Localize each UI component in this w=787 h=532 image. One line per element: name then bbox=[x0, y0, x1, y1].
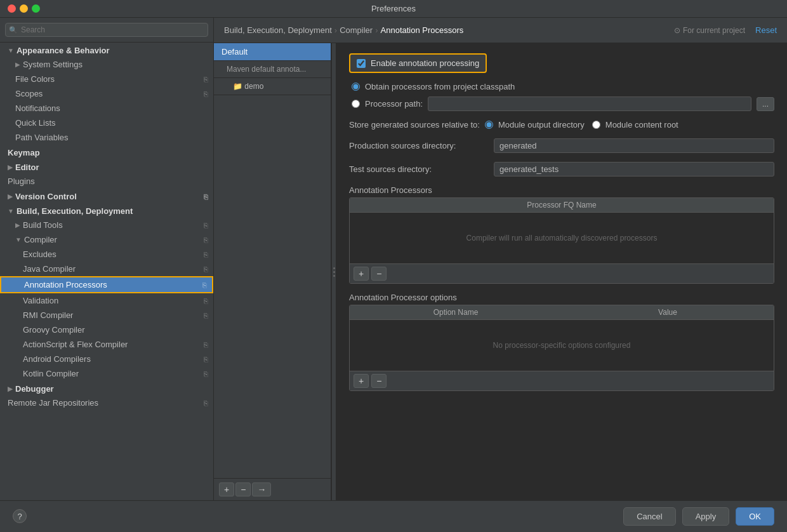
divider-dot bbox=[333, 275, 335, 277]
add-processor-button[interactable]: + bbox=[354, 267, 369, 281]
sidebar-item-debugger[interactable]: ▶ Debugger bbox=[0, 381, 213, 396]
breadcrumb-bar: Build, Execution, Deployment › Compiler … bbox=[214, 18, 787, 43]
reset-button[interactable]: Reset bbox=[755, 25, 777, 35]
remove-profile-button[interactable]: − bbox=[235, 482, 251, 496]
store-generated-sources-label: Store generated sources relative to: bbox=[349, 120, 480, 130]
annotation-processors-table-header: Processor FQ Name bbox=[350, 198, 774, 213]
enable-annotation-processing-row: Enable annotation processing bbox=[349, 53, 487, 73]
annotation-options-table-header: Option Name Value bbox=[350, 305, 774, 320]
sidebar-item-annotation-processors[interactable]: Annotation Processors ⎘ bbox=[0, 276, 213, 293]
for-current-project: ⊙ For current project bbox=[674, 26, 745, 35]
annotation-processors-table: Processor FQ Name Compiler will run all … bbox=[349, 197, 774, 284]
sidebar-item-version-control[interactable]: ▶ Version Control ⎘ bbox=[0, 189, 213, 203]
add-option-button[interactable]: + bbox=[354, 374, 369, 388]
sidebar-item-label: ActionScript & Flex Compiler bbox=[23, 340, 128, 349]
sidebar-item-validation[interactable]: Validation ⎘ bbox=[0, 293, 213, 308]
maximize-button[interactable] bbox=[32, 4, 40, 13]
profile-item-default[interactable]: Default bbox=[214, 43, 331, 61]
sidebar-item-scopes[interactable]: Scopes ⎘ bbox=[0, 86, 213, 101]
profile-item-label: Maven default annota... bbox=[227, 65, 306, 74]
sidebar-item-editor[interactable]: ▶ Editor bbox=[0, 159, 213, 174]
test-sources-row: Test sources directory: bbox=[349, 162, 774, 176]
processor-path-radio[interactable] bbox=[352, 100, 360, 108]
production-sources-row: Production sources directory: bbox=[349, 138, 774, 153]
test-sources-input[interactable] bbox=[494, 162, 774, 176]
sidebar-item-label: Version Control bbox=[15, 192, 77, 201]
production-sources-label: Production sources directory: bbox=[349, 141, 489, 150]
expand-icon: ▼ bbox=[8, 47, 14, 54]
apply-button[interactable]: Apply bbox=[682, 507, 730, 526]
sidebar-item-actionscript-flex[interactable]: ActionScript & Flex Compiler ⎘ bbox=[0, 337, 213, 352]
title-bar: Preferences bbox=[0, 0, 787, 18]
sidebar-item-file-colors[interactable]: File Colors ⎘ bbox=[0, 72, 213, 86]
sidebar-item-notifications[interactable]: Notifications bbox=[0, 101, 213, 116]
annotation-processors-table-actions: + − bbox=[350, 263, 774, 283]
sidebar-item-system-settings[interactable]: ▶ System Settings bbox=[0, 57, 213, 72]
sidebar-item-label: Plugins bbox=[8, 176, 35, 186]
sidebar-item-appearance[interactable]: ▼ Appearance & Behavior bbox=[0, 43, 213, 57]
sidebar-item-label: Validation bbox=[23, 296, 58, 305]
minimize-button[interactable] bbox=[20, 4, 28, 13]
breadcrumb: Build, Execution, Deployment › Compiler … bbox=[224, 25, 463, 35]
close-button[interactable] bbox=[8, 4, 16, 13]
divider-handle[interactable] bbox=[331, 43, 336, 500]
folder-icon: 📁 bbox=[233, 82, 242, 91]
sidebar: ▼ Appearance & Behavior ▶ System Setting… bbox=[0, 18, 214, 500]
remove-option-button[interactable]: − bbox=[371, 374, 387, 388]
module-output-dir-radio[interactable] bbox=[485, 121, 493, 129]
sidebar-item-label: Appearance & Behavior bbox=[17, 46, 110, 55]
sidebar-item-kotlin-compiler[interactable]: Kotlin Compiler ⎘ bbox=[0, 366, 213, 381]
panel-body: Default Maven default annota... 📁 demo +… bbox=[214, 43, 787, 500]
search-input[interactable] bbox=[5, 23, 208, 37]
sidebar-item-compiler[interactable]: ▼ Compiler ⎘ bbox=[0, 232, 213, 247]
module-output-dir-row: Module output directory bbox=[485, 120, 585, 130]
sidebar-item-label: Editor bbox=[15, 163, 39, 172]
remove-processor-button[interactable]: − bbox=[371, 267, 387, 281]
sidebar-item-excludes[interactable]: Excludes ⎘ bbox=[0, 247, 213, 262]
annotation-options-title: Annotation Processor options bbox=[349, 293, 774, 302]
sidebar-item-build-tools[interactable]: ▶ Build Tools ⎘ bbox=[0, 218, 213, 232]
sidebar-item-rmi-compiler[interactable]: RMI Compiler ⎘ bbox=[0, 308, 213, 323]
ok-button[interactable]: OK bbox=[736, 507, 774, 526]
sidebar-item-remote-jar[interactable]: Remote Jar Repositories ⎘ bbox=[0, 396, 213, 410]
content-area: Build, Execution, Deployment › Compiler … bbox=[214, 18, 787, 500]
sidebar-item-android-compilers[interactable]: Android Compilers ⎘ bbox=[0, 352, 213, 366]
profile-item-maven[interactable]: Maven default annota... bbox=[214, 61, 331, 78]
sidebar-item-groovy-compiler[interactable]: Groovy Compiler bbox=[0, 323, 213, 337]
sidebar-item-quick-lists[interactable]: Quick Lists bbox=[0, 116, 213, 130]
enable-annotation-processing-checkbox[interactable] bbox=[357, 59, 366, 68]
copy-icon: ⎘ bbox=[204, 236, 208, 244]
production-sources-input[interactable] bbox=[494, 138, 774, 153]
module-content-root-row: Module content root bbox=[592, 120, 678, 130]
expand-icon: ▶ bbox=[8, 164, 13, 171]
processor-source-radio-group: Obtain processors from project classpath… bbox=[349, 82, 774, 111]
annotation-processors-section: Annotation Processors Processor FQ Name … bbox=[349, 185, 774, 284]
window-controls[interactable] bbox=[8, 4, 40, 13]
profile-list-buttons: + − → bbox=[214, 478, 331, 500]
breadcrumb-sep-2: › bbox=[375, 25, 378, 35]
profile-item-label: Default bbox=[222, 47, 248, 57]
divider-dot bbox=[333, 271, 335, 273]
profile-item-demo[interactable]: 📁 demo bbox=[214, 78, 331, 95]
cancel-button[interactable]: Cancel bbox=[623, 507, 675, 526]
breadcrumb-part-1: Build, Execution, Deployment bbox=[224, 25, 332, 35]
copy-icon: ⎘ bbox=[202, 281, 207, 289]
help-button[interactable]: ? bbox=[13, 509, 27, 523]
processor-path-input[interactable] bbox=[428, 96, 751, 111]
sidebar-item-label: Build Tools bbox=[23, 220, 63, 230]
sidebar-item-build-execution-deployment[interactable]: ▼ Build, Execution, Deployment bbox=[0, 203, 213, 218]
enable-annotation-processing-label: Enable annotation processing bbox=[371, 58, 479, 68]
compiler-auto-msg: Compiler will run all automatically disc… bbox=[466, 234, 658, 243]
export-profile-button[interactable]: → bbox=[252, 482, 271, 496]
for-project-label: For current project bbox=[683, 26, 745, 35]
sidebar-item-keymap[interactable]: Keymap bbox=[0, 145, 213, 159]
sidebar-item-path-variables[interactable]: Path Variables bbox=[0, 130, 213, 145]
obtain-from-classpath-radio[interactable] bbox=[352, 83, 360, 91]
add-profile-button[interactable]: + bbox=[219, 482, 234, 496]
sidebar-item-plugins[interactable]: Plugins bbox=[0, 174, 213, 189]
profile-list: Default Maven default annota... 📁 demo +… bbox=[214, 43, 331, 500]
sidebar-item-java-compiler[interactable]: Java Compiler ⎘ bbox=[0, 262, 213, 276]
module-content-root-radio[interactable] bbox=[592, 121, 600, 129]
browse-button[interactable]: ... bbox=[757, 97, 774, 111]
sidebar-item-label: Kotlin Compiler bbox=[23, 369, 79, 378]
